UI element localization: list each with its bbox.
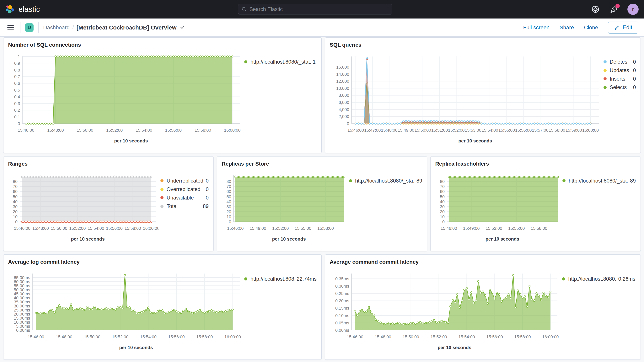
share-button[interactable]: Share — [560, 24, 574, 31]
svg-text:0.2: 0.2 — [14, 108, 20, 112]
legend-label: Updates — [610, 68, 629, 74]
chart-legend: http://localhost:808...22.74ms — [244, 275, 316, 353]
svg-text:15:52:00: 15:52:00 — [106, 128, 123, 132]
legend-item[interactable]: Overreplicated0 — [160, 185, 209, 194]
search-input[interactable] — [250, 6, 389, 12]
dashboard-grid: Number of SQL connections 00.10.20.30.40… — [0, 36, 644, 360]
svg-text:0.20ms: 0.20ms — [335, 298, 349, 303]
svg-text:per 10 seconds: per 10 seconds — [438, 345, 472, 350]
svg-text:15:49:00: 15:49:00 — [463, 226, 480, 231]
chart-sql-connections[interactable]: 00.10.20.30.40.50.60.70.80.9115:46:0015:… — [8, 49, 242, 146]
panel-number-of-sql-connections: Number of SQL connections 00.10.20.30.40… — [3, 38, 322, 153]
chart-sql-queries[interactable]: 02,0004,0006,0008,00010,00012,00014,0001… — [330, 49, 602, 146]
svg-text:0: 0 — [18, 121, 20, 126]
elastic-logo[interactable]: elastic — [6, 4, 40, 14]
chart-legend: http://localhost:8080...0.26ms — [562, 275, 635, 353]
legend-value: 0 — [631, 68, 636, 74]
legend-label: Inserts — [610, 76, 625, 82]
panel-title[interactable]: Replicas per Store — [222, 160, 422, 167]
legend-item[interactable]: Selects0 — [604, 83, 636, 92]
panel-title[interactable]: SQL queries — [330, 42, 636, 48]
edit-button[interactable]: Edit — [608, 22, 638, 34]
chart-log-commit-latency[interactable]: 0.00ms5.00ms10.00ms15.00ms20.00ms25.00ms… — [8, 266, 242, 353]
svg-text:15:46:00: 15:46:00 — [348, 128, 364, 132]
svg-text:15:55:00: 15:55:00 — [498, 128, 515, 132]
legend-item[interactable]: Deletes0 — [604, 58, 636, 66]
legend-label: Unavailable — [166, 195, 194, 201]
chart-command-commit-latency[interactable]: 0.00ms0.05ms0.10ms0.15ms0.20ms0.25ms0.30… — [330, 266, 560, 353]
panel-replicas-per-store: Replicas per Store 0102030405060708015:4… — [217, 156, 427, 251]
svg-text:80: 80 — [226, 179, 231, 184]
chart-ranges[interactable]: 0102030405060708015:46:0015:48:0015:50:0… — [8, 168, 158, 244]
panel-ranges: Ranges 0102030405060708015:46:0015:48:00… — [3, 156, 214, 251]
panel-title[interactable]: Ranges — [8, 160, 209, 167]
svg-text:15:54:00: 15:54:00 — [88, 226, 104, 231]
svg-text:0.05ms: 0.05ms — [335, 320, 349, 326]
legend-label: http://localhost:8080/_sta... — [355, 178, 414, 184]
avatar-initial: r — [632, 6, 634, 12]
legend-item[interactable]: Updates0 — [604, 66, 636, 74]
svg-text:15:58:00: 15:58:00 — [514, 334, 531, 339]
svg-text:15:55:00: 15:55:00 — [508, 226, 525, 231]
chart-replicas-per-store[interactable]: 0102030405060708015:46:0015:49:0015:52:0… — [222, 168, 347, 244]
legend-item[interactable]: http://localhost:8080/_sta...89 — [349, 176, 422, 185]
dashboard-row: Number of SQL connections 00.10.20.30.40… — [3, 38, 641, 153]
svg-text:0.15ms: 0.15ms — [335, 306, 349, 310]
global-search[interactable] — [238, 4, 392, 14]
chevron-down-icon[interactable] — [180, 25, 184, 30]
svg-text:8,000: 8,000 — [338, 93, 349, 98]
search-icon — [242, 6, 247, 12]
divider — [20, 22, 20, 33]
svg-text:4,000: 4,000 — [338, 107, 349, 112]
svg-text:0: 0 — [15, 219, 18, 224]
panel-title[interactable]: Replica leaseholders — [435, 160, 636, 167]
svg-text:15:49:00: 15:49:00 — [398, 128, 414, 132]
legend-item[interactable]: http://localhost:8080/_sta...89 — [562, 176, 636, 185]
svg-text:per 10 seconds: per 10 seconds — [272, 236, 306, 242]
svg-text:15:50:00: 15:50:00 — [402, 334, 419, 339]
legend-item[interactable]: Total89 — [160, 202, 209, 210]
legend-item[interactable]: Unavailable0 — [160, 194, 209, 202]
svg-text:15:47:00: 15:47:00 — [364, 128, 381, 132]
legend-dot — [244, 60, 248, 64]
chart-legend: Deletes0Updates0Inserts0Selects0 — [604, 58, 636, 146]
life-ring-icon — [591, 5, 600, 14]
svg-text:16:00:00: 16:00:00 — [542, 334, 559, 339]
panel-title[interactable]: Average log commit latency — [8, 258, 317, 266]
divider — [38, 22, 38, 33]
legend-item[interactable]: Underreplicated0 — [160, 176, 209, 185]
menu-button[interactable] — [6, 23, 16, 32]
legend-item[interactable]: http://localhost:808...22.74ms — [244, 275, 316, 283]
legend-item[interactable]: http://localhost:8080/_stat...1 — [244, 58, 316, 66]
legend-item[interactable]: Inserts0 — [604, 74, 636, 83]
breadcrumb-dashboard[interactable]: Dashboard — [43, 24, 70, 31]
chart-replica-leaseholders[interactable]: 0102030405060708015:46:0015:49:0015:52:0… — [435, 168, 560, 244]
svg-text:0.00ms: 0.00ms — [335, 328, 349, 333]
svg-text:0.30ms: 0.30ms — [335, 284, 349, 288]
legend-value: 0 — [204, 178, 209, 184]
legend-item[interactable]: http://localhost:8080...0.26ms — [562, 275, 635, 283]
svg-text:70: 70 — [440, 184, 445, 189]
svg-text:30: 30 — [13, 204, 18, 209]
legend-value: 0 — [204, 195, 209, 201]
svg-text:16:00:00: 16:00:00 — [224, 334, 241, 339]
legend-dot — [604, 86, 606, 89]
legend-dot — [604, 69, 606, 72]
avatar[interactable]: r — [628, 4, 638, 15]
panel-title[interactable]: Average command commit latency — [330, 258, 636, 266]
help-button[interactable] — [590, 4, 600, 14]
legend-dot — [604, 60, 606, 64]
panel-title[interactable]: Number of SQL connections — [8, 42, 317, 48]
newsfeed-button[interactable] — [609, 4, 619, 14]
clone-button[interactable]: Clone — [584, 24, 598, 31]
menu-icon — [7, 25, 14, 26]
chart-legend: http://localhost:8080/_stat...1 — [244, 58, 316, 146]
chart-legend: http://localhost:8080/_sta...89 — [562, 176, 636, 244]
svg-text:15:48:00: 15:48:00 — [47, 128, 64, 132]
space-badge[interactable]: D — [25, 23, 34, 32]
full-screen-button[interactable]: Full screen — [523, 24, 550, 31]
legend-value: 89 — [628, 178, 636, 184]
legend-dot — [562, 278, 565, 280]
legend-dot — [562, 179, 566, 182]
svg-text:0.6: 0.6 — [14, 81, 20, 86]
